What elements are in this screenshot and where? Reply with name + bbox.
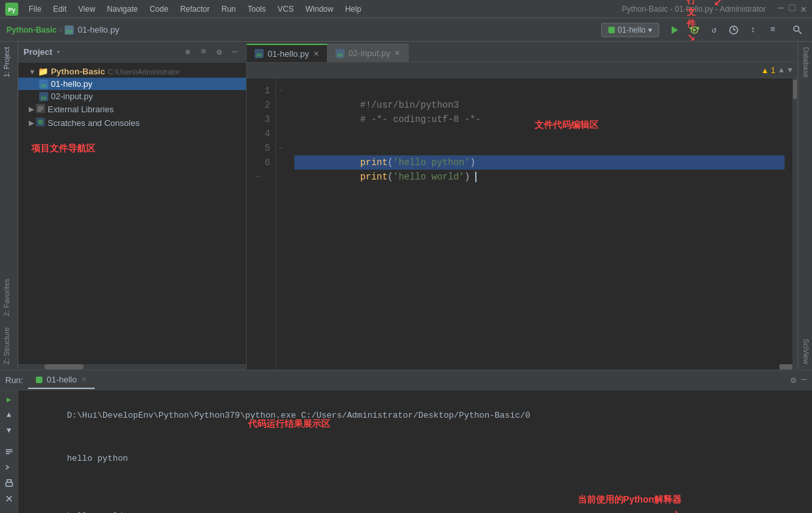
code-content[interactable]: #!/usr/bin/python3 # -*- coding:utf-8 -*… [287,78,792,369]
project-nav-annotation: 项目文件导航区 [31,143,246,155]
file-02-input-label: 02-input.py [51,91,93,101]
run-play-button[interactable]: ▶ [3,393,16,406]
menu-run[interactable]: Run [216,3,241,15]
project-tree: ▼ 📁 Python-Basic C:\Users\Administrator … [18,63,246,364]
menu-tools[interactable]: Tools [242,3,271,15]
toolbar-actions: 运行文件 ↙ 调试文件 ↙ ↺ ↕ ≡ [667,22,805,38]
v-scrollbar-thumb[interactable] [793,80,797,99]
run-tab-dot [36,377,42,383]
run-config-button[interactable]: 01-hello ▾ [601,23,659,37]
vertical-scrollbar[interactable] [792,78,798,369]
breadcrumb: Python-Basic › py 01-hello.py [7,25,119,35]
tree-expand-external[interactable]: ▶ [29,105,34,114]
warning-icon: ▲ [761,66,769,75]
menu-view[interactable]: View [73,3,101,15]
run-output-line-2: hello python [26,437,804,480]
menu-code[interactable]: Code [144,3,174,15]
tab-structure[interactable]: Z: Structure [0,322,18,369]
menu-help[interactable]: Help [340,3,367,15]
minimize-panel-button[interactable]: ─ [229,46,241,58]
breadcrumb-file: 01-hello.py [78,25,119,35]
editor-section: 1: Project 2: Favorites Z: Structure Pro… [0,42,812,369]
minimize-button[interactable]: ─ [777,3,784,16]
run-tab-label: 01-hello [46,375,76,384]
run-toggle-soft-wrap[interactable] [3,445,16,458]
file-01-hello-label: 01-hello.py [51,79,93,89]
run-minimize-button[interactable]: ─ [802,375,807,386]
run-print-button[interactable] [3,476,16,490]
svg-point-7 [690,27,693,29]
tab-01-hello-label: 01-hello.py [268,49,309,59]
run-format-button[interactable] [3,461,16,474]
run-scroll-down[interactable]: ▼ [3,424,16,437]
editor-notification-bar: ▲ 1 ▲ ▼ [247,63,798,78]
run-output-line-1: D:\Hui\DevelopEnv\Python\Python379\pytho… [26,394,804,437]
tree-item-02-input[interactable]: py 02-input.py [18,90,246,102]
menu-window[interactable]: Window [300,3,339,15]
run-tab-01-hello[interactable]: 01-hello ✕ [28,372,94,389]
tab-01-close[interactable]: ✕ [313,50,319,58]
run-output-line-4: hello world [26,495,804,513]
run-panel-header: Run: 01-hello ✕ ⚙ ─ [0,371,812,390]
tree-item-01-hello[interactable]: py 01-hello.py [18,78,246,90]
svg-text:py: py [41,95,46,101]
h-scrollbar[interactable] [18,364,246,369]
tree-expand-scratches[interactable]: ▶ [29,119,34,127]
run-tab-close[interactable]: ✕ [81,375,87,384]
right-panel-tabs: Database SciView [798,42,812,369]
project-dropdown-icon[interactable]: ▾ [56,48,61,56]
sync-button[interactable]: ⊕ [182,46,194,58]
tab-project[interactable]: 1: Project [0,42,18,82]
search-button[interactable] [790,22,805,38]
reload-button[interactable]: ↺ [706,22,722,38]
settings-button[interactable]: ⚙ [213,46,225,58]
project-header: Project ▾ ⊕ ≡ ⚙ ─ [18,42,246,63]
tab-02-input-label: 02-input.py [349,48,390,58]
run-output-line-3 [26,480,804,495]
svg-text:Py: Py [8,7,15,13]
external-libraries-label: External Libraries [48,104,114,114]
tab-favorites[interactable]: 2: Favorites [0,273,18,321]
tree-scratches-consoles[interactable]: ▶ Scratches and Consoles [18,116,246,130]
run-settings-button[interactable]: ⚙ [790,375,796,386]
run-label: Run: [5,375,23,385]
menu-navigate[interactable]: Navigate [102,3,143,15]
sciview-tab[interactable]: SciView [798,334,812,369]
menubar: Py File Edit View Navigate Code Refactor… [0,0,812,18]
coverage-button[interactable]: ↕ [745,22,761,38]
toolbar: Python-Basic › py 01-hello.py 01-hello ▾… [0,18,812,42]
svg-rect-31 [6,482,12,486]
tree-expand-root[interactable]: ▼ [29,68,36,76]
content-area: 1: Project 2: Favorites Z: Structure Pro… [0,42,812,513]
warning-badge[interactable]: ▲ 1 [761,66,775,75]
menu-edit[interactable]: Edit [48,3,72,15]
run-scroll-up[interactable]: ▲ [3,409,16,422]
maximize-button[interactable]: □ [789,3,796,16]
editor-corner [779,364,792,369]
database-tab[interactable]: Database [798,42,812,83]
svg-point-23 [38,119,43,125]
more-button[interactable]: ≡ [765,22,781,38]
menu-refactor[interactable]: Refactor [175,3,215,15]
nav-down-button[interactable]: ▼ [788,66,792,75]
scrollbar-thumb[interactable] [44,364,84,369]
code-line-4 [294,127,785,141]
collapse-button[interactable]: ≡ [198,46,210,58]
menu-file[interactable]: File [23,3,46,15]
run-delete-button[interactable] [3,492,16,505]
tab-02-close[interactable]: ✕ [394,49,400,57]
debug-button[interactable]: 调试文件 ↙ [687,22,702,38]
svg-text:py: py [41,83,46,88]
profile-button[interactable] [726,22,742,38]
tree-external-libraries[interactable]: ▶ External Libraries [18,102,246,116]
run-button[interactable] [667,22,683,38]
window-title: Python-Basic - 01-hello.py - Administrat… [621,5,766,14]
tree-root-folder[interactable]: ▼ 📁 Python-Basic C:\Users\Administrator [18,65,246,78]
tab-02-input[interactable]: py 02-input.py ✕ [328,44,409,62]
run-side-buttons: ▶ ▲ ▼ [0,390,18,513]
close-button[interactable]: ✕ [800,3,807,16]
menu-vcs[interactable]: VCS [272,3,299,15]
tab-01-hello[interactable]: py 01-hello.py ✕ [247,44,328,62]
nav-up-button[interactable]: ▲ [779,66,784,75]
project-name[interactable]: Python-Basic [7,25,57,35]
